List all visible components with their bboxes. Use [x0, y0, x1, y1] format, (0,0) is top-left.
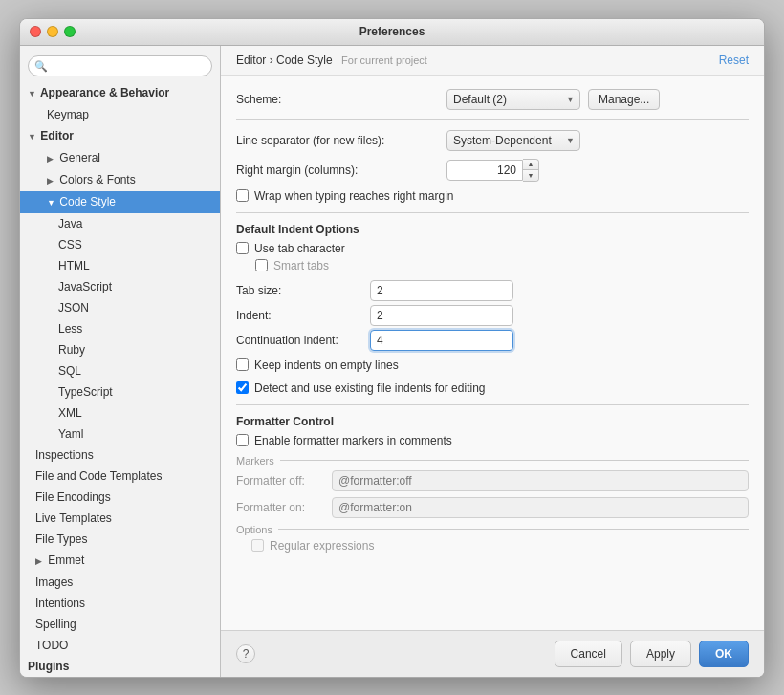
sidebar-item-typescript[interactable]: TypeScript [20, 381, 220, 402]
sidebar-item-inspections[interactable]: Inspections [20, 445, 220, 466]
expand-icon: ▼ [28, 85, 37, 102]
indent-input[interactable] [370, 305, 513, 326]
wrap-checkbox[interactable] [236, 189, 249, 202]
expand-icon: ▼ [28, 128, 37, 145]
divider-3 [236, 404, 749, 405]
right-margin-down[interactable]: ▼ [523, 170, 538, 181]
keep-indents-checkbox[interactable] [236, 358, 249, 371]
divider-1 [236, 119, 749, 120]
maximize-button[interactable] [64, 26, 76, 37]
sidebar-item-less[interactable]: Less [20, 318, 220, 339]
right-margin-input[interactable] [446, 160, 523, 181]
bottom-bar: ? Cancel Apply OK [221, 630, 764, 677]
continuation-input[interactable] [370, 330, 513, 351]
help-button[interactable]: ? [236, 644, 255, 663]
sidebar-item-json[interactable]: JSON [20, 297, 220, 318]
scheme-select-wrap: Default (2) ▼ [446, 89, 580, 110]
sidebar-item-html[interactable]: HTML [20, 255, 220, 276]
preferences-window: Preferences 🔍 ▼ Appearance & Behavior Ke… [19, 18, 765, 678]
keep-indents-row: Keep indents on empty lines [236, 358, 749, 372]
breadcrumb-note: For current project [341, 54, 427, 66]
formatter-on-input[interactable] [332, 497, 749, 518]
sidebar-item-intentions[interactable]: Intentions [20, 593, 220, 614]
breadcrumb: Editor › Code Style For current project [236, 54, 427, 67]
sidebar-item-xml[interactable]: XML [20, 402, 220, 424]
sidebar-item-todo[interactable]: TODO [20, 635, 220, 656]
smart-tabs-checkbox[interactable] [255, 259, 268, 271]
markers-label: Markers [236, 455, 749, 467]
formatter-title: Formatter Control [236, 415, 749, 428]
sidebar-item-ruby[interactable]: Ruby [20, 339, 220, 360]
formatter-off-input[interactable] [332, 470, 749, 491]
search-icon: 🔍 [34, 59, 48, 72]
sidebar-item-keymap[interactable]: Keymap [20, 104, 220, 125]
sidebar-item-general[interactable]: ▶ General [20, 147, 220, 169]
sidebar-item-colors-fonts[interactable]: ▶ Colors & Fonts [20, 169, 220, 191]
line-sep-select-wrap: System-Dependent ▼ [446, 130, 580, 151]
apply-button[interactable]: Apply [630, 641, 691, 667]
formatter-off-row: Formatter off: [236, 470, 749, 491]
formatter-on-row: Formatter on: [236, 497, 749, 518]
right-margin-up[interactable]: ▲ [523, 160, 538, 170]
keep-indents-label: Keep indents on empty lines [254, 358, 399, 372]
sidebar-item-yaml[interactable]: Yaml [20, 424, 220, 445]
reset-link[interactable]: Reset [719, 54, 749, 67]
sidebar-item-appearance[interactable]: ▼ Appearance & Behavior [20, 82, 220, 104]
divider-2 [236, 212, 749, 213]
sidebar-item-css[interactable]: CSS [20, 234, 220, 255]
options-label: Options [236, 524, 749, 535]
sidebar-item-java[interactable]: Java [20, 213, 220, 234]
title-bar: Preferences [20, 19, 764, 46]
traffic-lights [30, 26, 76, 37]
sidebar-item-file-encodings[interactable]: File Encodings [20, 487, 220, 508]
line-separator-row: Line separator (for new files): System-D… [236, 130, 749, 151]
formatter-section: Formatter Control Enable formatter marke… [236, 415, 749, 553]
cancel-button[interactable]: Cancel [555, 641, 622, 667]
sidebar: 🔍 ▼ Appearance & Behavior Keymap ▼ Edito… [20, 46, 221, 677]
formatter-off-label: Formatter off: [236, 474, 332, 488]
indent-row: Indent: [236, 305, 749, 326]
continuation-row: Continuation indent: [236, 330, 749, 351]
indent-options-title: Default Indent Options [236, 223, 749, 236]
right-margin-row: Right margin (columns): ▲ ▼ [236, 159, 749, 182]
scheme-label: Scheme: [236, 93, 446, 106]
content-area: Scheme: Default (2) ▼ Manage... Line sep… [221, 76, 764, 630]
wrap-row: Wrap when typing reaches right margin [236, 189, 749, 203]
indent-label: Indent: [236, 309, 370, 322]
breadcrumb-text: Editor › Code Style [236, 54, 333, 67]
indent-section: Default Indent Options Use tab character… [236, 223, 749, 372]
search-input[interactable] [28, 55, 212, 76]
expand-icon: ▶ [35, 553, 45, 570]
sidebar-item-spelling[interactable]: Spelling [20, 614, 220, 635]
line-separator-select[interactable]: System-Dependent [446, 130, 580, 151]
sidebar-item-images[interactable]: Images [20, 572, 220, 593]
sidebar-item-file-types[interactable]: File Types [20, 529, 220, 550]
scheme-select[interactable]: Default (2) [446, 89, 580, 110]
ok-button[interactable]: OK [699, 641, 749, 667]
use-tab-checkbox[interactable] [236, 242, 249, 254]
regular-expr-checkbox[interactable] [251, 539, 264, 552]
scheme-row: Scheme: Default (2) ▼ Manage... [236, 89, 749, 110]
right-margin-label: Right margin (columns): [236, 163, 446, 177]
enable-formatter-checkbox[interactable] [236, 434, 249, 446]
sidebar-item-code-style[interactable]: ▼ Code Style [20, 191, 220, 213]
detect-checkbox[interactable] [236, 381, 249, 394]
sidebar-item-javascript[interactable]: JavaScript [20, 276, 220, 297]
regular-expr-row: Regular expressions [236, 539, 749, 553]
sidebar-item-live-templates[interactable]: Live Templates [20, 508, 220, 529]
sidebar-item-emmet[interactable]: ▶ Emmet [20, 550, 220, 572]
smart-tabs-row: Smart tabs [236, 259, 749, 272]
sidebar-item-plugins[interactable]: Plugins [20, 656, 220, 677]
smart-tabs-label: Smart tabs [273, 259, 329, 272]
use-tab-label: Use tab character [254, 242, 345, 255]
sidebar-item-sql[interactable]: SQL [20, 360, 220, 381]
manage-button[interactable]: Manage... [588, 89, 660, 110]
enable-formatter-label: Enable formatter markers in comments [254, 434, 452, 447]
tab-size-input[interactable] [370, 280, 513, 301]
sidebar-item-editor[interactable]: ▼ Editor [20, 125, 220, 147]
line-separator-label: Line separator (for new files): [236, 134, 446, 147]
minimize-button[interactable] [47, 26, 58, 37]
sidebar-item-file-code-templates[interactable]: File and Code Templates [20, 466, 220, 487]
expand-icon: ▶ [47, 150, 56, 167]
close-button[interactable] [30, 26, 41, 37]
